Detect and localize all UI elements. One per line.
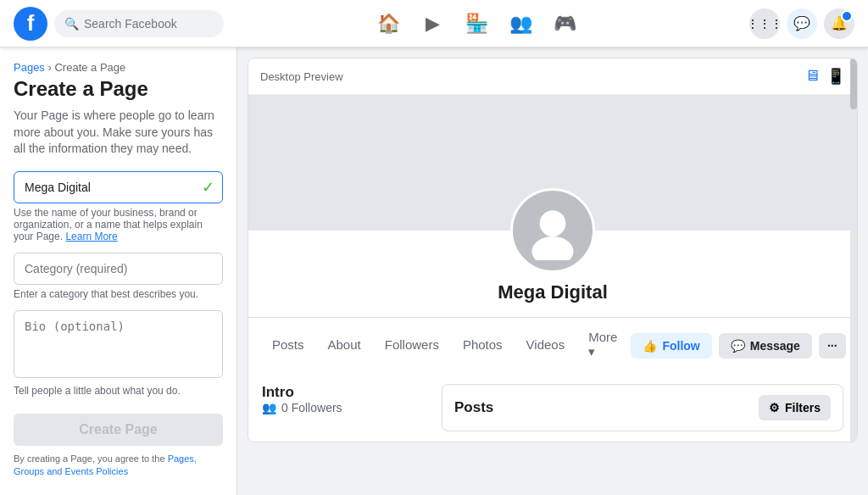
top-navigation: f 🔍 🏠 ▶ 🏪 👥 🎮 ⋮⋮⋮ 💬 🔔	[0, 0, 868, 47]
preview-label: Desktop Preview	[260, 70, 343, 83]
pages-policy-link[interactable]: Pages	[168, 453, 194, 464]
page-name-hint: Use the name of your business, brand or …	[14, 207, 223, 242]
followers-count: 0 Followers	[281, 401, 342, 414]
search-bar[interactable]: 🔍	[54, 10, 224, 37]
desktop-icon[interactable]: 🖥	[804, 67, 820, 86]
messenger-button[interactable]: 💬	[787, 8, 817, 39]
search-input[interactable]	[84, 17, 214, 31]
svg-point-0	[540, 210, 566, 236]
page-name-input[interactable]	[14, 171, 223, 203]
nav-marketplace-button[interactable]: 🏪	[456, 3, 497, 44]
breadcrumb: Pages › Create a Page	[14, 61, 223, 74]
cover-area	[248, 95, 857, 231]
more-actions-button[interactable]: ···	[819, 333, 846, 359]
tab-photos[interactable]: Photos	[453, 325, 513, 366]
menu-button[interactable]: ⋮⋮⋮	[749, 8, 780, 39]
groups-events-policy-link[interactable]: Groups and Events Policies	[14, 466, 128, 476]
page-actions: 👍 Follow 💬 Message ···	[631, 333, 845, 359]
notification-badge	[841, 10, 853, 22]
page-name-wrapper: ✓	[14, 171, 223, 203]
follow-button[interactable]: 👍 Follow	[631, 333, 711, 359]
preview-box: Desktop Preview 🖥 📱	[248, 58, 858, 442]
intro-title: Intro	[262, 384, 294, 400]
nav-watch-button[interactable]: ▶	[412, 3, 453, 44]
svg-point-1	[532, 236, 574, 260]
scrollbar-track	[850, 58, 857, 442]
search-icon: 🔍	[64, 17, 79, 31]
tab-about[interactable]: About	[318, 325, 371, 366]
message-icon: 💬	[731, 339, 745, 353]
preview-device-icons: 🖥 📱	[804, 67, 845, 86]
facebook-logo: f	[14, 7, 47, 41]
bio-hint: Tell people a little about what you do.	[14, 385, 223, 397]
scrollbar-thumb[interactable]	[850, 58, 857, 109]
nav-home-button[interactable]: 🏠	[368, 3, 409, 44]
followers-icon: 👥	[262, 401, 276, 414]
tos-text: By creating a Page, you agree to the Pag…	[14, 453, 223, 479]
learn-more-link[interactable]: Learn More	[65, 231, 117, 242]
posts-title: Posts	[454, 399, 493, 416]
preview-area: Desktop Preview 🖥 📱	[237, 47, 868, 495]
mobile-icon[interactable]: 📱	[826, 67, 845, 86]
scrollbar[interactable]	[850, 58, 857, 442]
tab-more[interactable]: More ▾	[578, 318, 627, 374]
nav-left: f 🔍	[14, 7, 251, 41]
notifications-button[interactable]: 🔔	[824, 8, 854, 39]
page-description: Your Page is where people go to learn mo…	[14, 108, 223, 158]
posts-header: Posts ⚙ Filters	[442, 384, 843, 431]
bio-input[interactable]	[14, 310, 223, 378]
intro-box: Intro 👥 0 Followers	[262, 384, 431, 414]
page-name-group: ✓ Use the name of your business, brand o…	[14, 171, 223, 242]
preview-header: Desktop Preview 🖥 📱	[248, 58, 857, 95]
nav-groups-button[interactable]: 👥	[500, 3, 541, 44]
avatar-icon	[523, 201, 582, 260]
posts-column: Posts ⚙ Filters	[442, 384, 843, 431]
category-group: Enter a category that best describes you…	[14, 253, 223, 300]
profile-picture	[510, 188, 595, 273]
followers-row: 👥 0 Followers	[262, 401, 431, 414]
intro-column: Intro 👥 0 Followers	[262, 384, 431, 431]
page-content: Intro 👥 0 Followers Posts ⚙ Filters	[248, 374, 857, 442]
follow-icon: 👍	[643, 339, 657, 353]
check-icon: ✓	[202, 178, 214, 197]
category-input[interactable]	[14, 253, 223, 285]
category-hint: Enter a category that best describes you…	[14, 288, 223, 300]
filters-icon: ⚙	[769, 401, 780, 414]
message-button[interactable]: 💬 Message	[719, 333, 812, 359]
sidebar: Pages › Create a Page Create a Page Your…	[0, 47, 237, 495]
nav-center: 🏠 ▶ 🏪 👥 🎮	[251, 3, 702, 44]
page-tabs: Posts About Followers Photos Videos More…	[248, 317, 857, 374]
preview-page-name: Mega Digital	[498, 281, 608, 303]
profile-pic-container	[510, 188, 595, 273]
filters-button[interactable]: ⚙ Filters	[759, 395, 831, 420]
tab-posts[interactable]: Posts	[262, 325, 314, 366]
tab-videos[interactable]: Videos	[516, 325, 576, 366]
nav-gaming-button[interactable]: 🎮	[544, 3, 585, 44]
main-layout: Pages › Create a Page Create a Page Your…	[0, 0, 868, 495]
nav-right: ⋮⋮⋮ 💬 🔔	[702, 8, 854, 39]
tab-followers[interactable]: Followers	[375, 325, 449, 366]
create-page-button[interactable]: Create Page	[14, 414, 223, 446]
page-title: Create a Page	[14, 77, 223, 101]
breadcrumb-pages-link[interactable]: Pages	[14, 61, 45, 74]
bio-group: Tell people a little about what you do.	[14, 310, 223, 397]
